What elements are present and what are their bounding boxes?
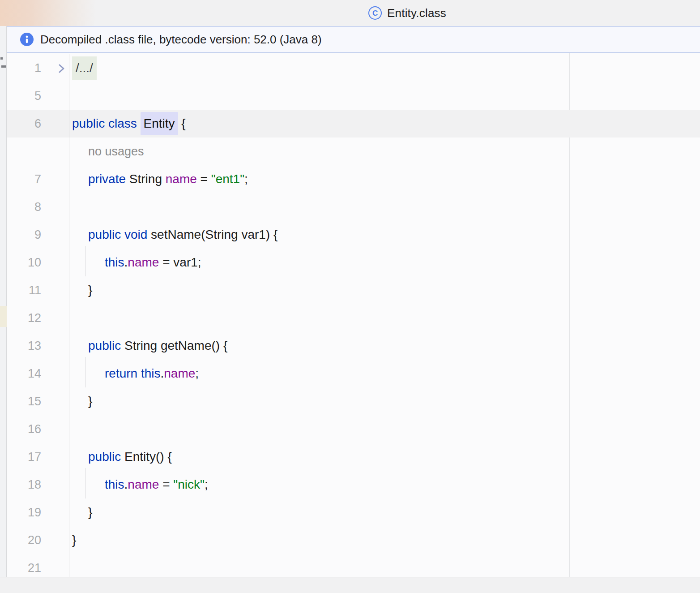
tool-window-stripe — [0, 26, 7, 577]
line-number[interactable]: 21 — [7, 554, 69, 577]
token-plain: String — [126, 172, 166, 186]
line-number[interactable]: 17 — [7, 443, 69, 471]
code-text — [69, 415, 700, 443]
code-text: private String name = "ent1"; — [69, 165, 700, 193]
line-number[interactable]: 19 — [7, 498, 69, 526]
fold-expand-chevron-icon[interactable] — [56, 63, 67, 73]
code-line-17[interactable]: 17public Entity() { — [7, 443, 700, 471]
code-line-15[interactable]: 15} — [7, 387, 700, 415]
indent-guide-line — [85, 246, 86, 276]
code-line-14[interactable]: 14return this.name; — [7, 360, 700, 387]
token-plain — [137, 116, 141, 131]
token-plain: } — [72, 533, 76, 547]
token-string: "ent1" — [211, 172, 244, 186]
token-plain: Entity() { — [121, 450, 172, 464]
code-line-11[interactable]: 11} — [7, 276, 700, 304]
java-class-icon: C — [368, 6, 382, 20]
token-plain: ; — [195, 366, 199, 381]
code-text: } — [69, 387, 700, 415]
line-number[interactable]: 6 — [7, 110, 69, 138]
token-plain: ; — [205, 477, 208, 492]
line-number[interactable]: 5 — [7, 82, 69, 110]
code-text: /.../ — [69, 54, 700, 82]
code-line-16[interactable]: 16 — [7, 415, 700, 443]
editor-rows: 1/.../56public class Entity {no usages7p… — [7, 54, 700, 577]
token-plain: ; — [244, 172, 248, 186]
code-text: } — [69, 276, 700, 304]
stripe-mark-icon — [1, 65, 6, 68]
token-plain: . — [124, 477, 128, 492]
token-keyword: public void — [88, 228, 147, 242]
line-number[interactable] — [7, 138, 69, 165]
line-number[interactable]: 16 — [7, 415, 69, 443]
token-plain: } — [88, 394, 92, 408]
line-number[interactable]: 7 — [7, 165, 69, 193]
code-line-19[interactable]: 19} — [7, 498, 700, 526]
token-string: "nick" — [173, 477, 205, 492]
code-line-18[interactable]: 18this.name = "nick"; — [7, 471, 700, 498]
code-line-13[interactable]: 13public String getName() { — [7, 332, 700, 360]
decompiled-notification-banner: Decompiled .class file, bytecode version… — [7, 26, 700, 53]
code-text: public Entity() { — [69, 443, 700, 471]
code-line-20[interactable]: 20} — [7, 526, 700, 554]
code-text: this.name = "nick"; — [69, 471, 700, 498]
code-line-5[interactable]: 5 — [7, 82, 700, 110]
code-line-10[interactable]: 10this.name = var1; — [7, 249, 700, 276]
token-keyword: public class — [72, 116, 137, 131]
token-highlight: Entity — [141, 112, 178, 135]
token-plain: = — [159, 477, 173, 492]
line-number[interactable]: 14 — [7, 360, 69, 387]
token-plain: . — [124, 255, 128, 270]
token-keyword: this — [105, 255, 124, 270]
code-text: } — [69, 498, 700, 526]
code-line-12[interactable]: 12 — [7, 304, 700, 332]
code-text: public void setName(String var1) { — [69, 221, 700, 249]
token-keyword: public — [88, 339, 121, 353]
code-text: return this.name; — [69, 360, 700, 387]
code-line-7[interactable]: 7private String name = "ent1"; — [7, 165, 700, 193]
token-plain: } — [88, 283, 92, 297]
code-line-9[interactable]: 9public void setName(String var1) { — [7, 221, 700, 249]
token-plain: = — [197, 172, 211, 186]
stripe-mark-icon — [0, 57, 3, 60]
line-number[interactable]: 8 — [7, 193, 69, 221]
info-icon — [20, 33, 34, 46]
token-fold[interactable]: /.../ — [72, 56, 97, 80]
banner-message: Decompiled .class file, bytecode version… — [40, 33, 322, 47]
token-plain: = var1; — [159, 255, 201, 270]
window-title: Entity.class — [387, 6, 446, 20]
token-keyword: public — [88, 450, 121, 464]
code-line-6[interactable]: 6public class Entity { — [7, 110, 700, 138]
code-editor[interactable]: 1/.../56public class Entity {no usages7p… — [7, 53, 700, 577]
inlay-hint-line[interactable]: no usages — [7, 138, 700, 165]
window-title-bar: C Entity.class — [0, 0, 700, 26]
line-number[interactable]: 12 — [7, 304, 69, 332]
line-number[interactable]: 10 — [7, 249, 69, 276]
token-plain: String getName() { — [121, 339, 227, 353]
token-plain: { — [178, 116, 186, 131]
code-line-8[interactable]: 8 — [7, 193, 700, 221]
token-plain: } — [88, 505, 92, 520]
token-plain: . — [161, 366, 164, 381]
line-number[interactable]: 11 — [7, 276, 69, 304]
token-keyword: private — [88, 172, 126, 186]
token-field: name — [128, 477, 159, 492]
code-text — [69, 304, 700, 332]
line-number[interactable]: 20 — [7, 526, 69, 554]
indent-guide-line — [85, 468, 86, 498]
code-text: public class Entity { — [69, 110, 700, 138]
code-text: } — [69, 526, 700, 554]
token-hint: no usages — [88, 145, 144, 159]
code-text — [69, 82, 700, 110]
code-text — [69, 193, 700, 221]
line-number[interactable]: 18 — [7, 471, 69, 498]
token-keyword: return this — [105, 366, 161, 381]
token-plain: setName(String var1) { — [147, 228, 277, 242]
code-line-21[interactable]: 21 — [7, 554, 700, 577]
status-bar — [0, 577, 700, 593]
code-line-1[interactable]: 1/.../ — [7, 54, 700, 82]
token-keyword: this — [105, 477, 124, 492]
line-number[interactable]: 15 — [7, 387, 69, 415]
line-number[interactable]: 9 — [7, 221, 69, 249]
line-number[interactable]: 13 — [7, 332, 69, 360]
